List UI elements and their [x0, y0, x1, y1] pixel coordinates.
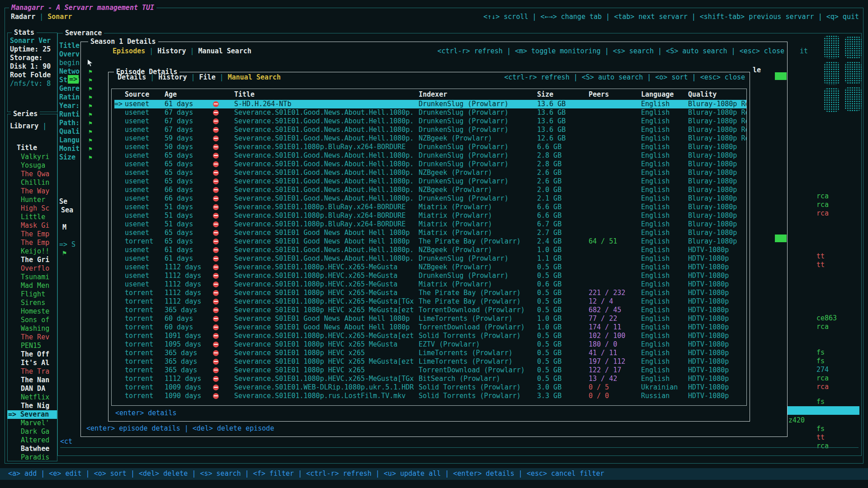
mouse-cursor: [87, 59, 94, 67]
terminal-screen: Managarr - A Servarr management TUI Rada…: [0, 0, 868, 488]
